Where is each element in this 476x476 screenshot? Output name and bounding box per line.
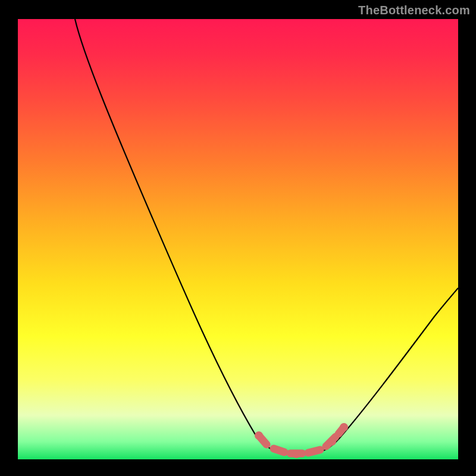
plot-area: [18, 19, 458, 459]
chart-svg: [18, 19, 458, 459]
svg-point-1: [292, 450, 300, 458]
svg-point-3: [340, 423, 348, 431]
bottleneck-curve: [75, 19, 458, 455]
svg-point-2: [328, 437, 336, 446]
svg-point-0: [255, 431, 263, 440]
chart-stage: TheBottleneck.com: [0, 0, 476, 476]
watermark-text: TheBottleneck.com: [358, 4, 470, 17]
